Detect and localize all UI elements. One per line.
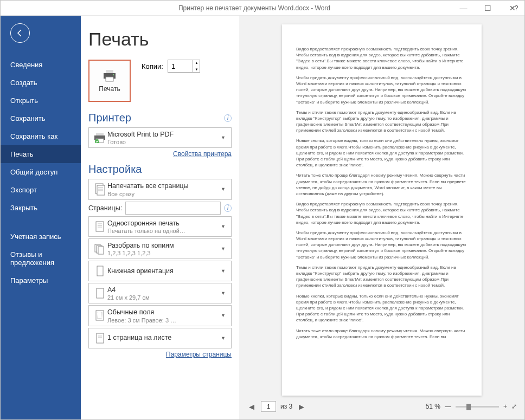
one-page-icon bbox=[92, 332, 107, 345]
print-preview-pane: Видео предоставляет прекрасную возможнос… bbox=[239, 16, 524, 419]
preview-statusbar: ◀ из 3 ▶ 51 % — + ⤢ bbox=[245, 399, 519, 414]
printer-section-header: Принтер bbox=[88, 112, 131, 124]
info-icon[interactable]: i bbox=[224, 114, 232, 122]
preview-page: Видео предоставляет прекрасную возможнос… bbox=[282, 24, 482, 396]
preview-paragraph: Видео предоставляет прекрасную возможнос… bbox=[296, 46, 468, 70]
chevron-down-icon: ▼ bbox=[219, 224, 228, 229]
minimize-button[interactable]: — bbox=[451, 1, 476, 15]
svg-rect-13 bbox=[96, 222, 104, 231]
window-title: Принтер не печатает документы Word.docx … bbox=[1, 4, 508, 12]
preview-paragraph: Чтобы придать документу профессиональный… bbox=[296, 230, 468, 260]
sidebar-item[interactable]: Создать bbox=[1, 74, 81, 92]
chevron-down-icon: ▼ bbox=[219, 290, 228, 296]
printer-properties-link[interactable]: Свойства принтера bbox=[88, 150, 232, 158]
svg-rect-2 bbox=[106, 77, 113, 81]
page-number-input[interactable] bbox=[261, 401, 276, 412]
zoom-percent-label: 51 % bbox=[426, 403, 440, 410]
paper-size-dropdown[interactable]: A421 см x 29,7 см ▼ bbox=[88, 283, 232, 303]
sidebar-item[interactable]: Сохранить как bbox=[1, 127, 81, 145]
page-size-icon bbox=[92, 287, 107, 300]
zoom-slider[interactable] bbox=[456, 406, 499, 408]
preview-paragraph: Чтобы придать документу профессиональный… bbox=[296, 75, 468, 105]
chevron-down-icon: ▼ bbox=[219, 268, 228, 274]
preview-paragraph: Темы и стили также помогают придать доку… bbox=[296, 109, 468, 134]
svg-rect-5 bbox=[96, 133, 104, 135]
copies-down[interactable]: ▼ bbox=[193, 66, 200, 73]
printer-status-icon bbox=[92, 132, 107, 143]
svg-rect-20 bbox=[97, 266, 103, 276]
portrait-icon bbox=[92, 264, 107, 277]
printer-name: Microsoft Print to PDF bbox=[107, 130, 219, 139]
svg-rect-21 bbox=[97, 288, 104, 298]
print-scope-dropdown[interactable]: Напечатать все страницыВсе сразу ▼ bbox=[88, 179, 232, 199]
svg-point-3 bbox=[113, 74, 114, 75]
page-title: Печать bbox=[88, 29, 232, 50]
chevron-down-icon: ▼ bbox=[219, 335, 228, 341]
pages-label: Страницы: bbox=[88, 204, 122, 212]
preview-paragraph: Новые кнопки, которые видны, только если… bbox=[296, 138, 468, 168]
print-settings-pane: Печать Печать Копии: ▲▼ bbox=[81, 16, 239, 419]
maximize-button[interactable]: ☐ bbox=[476, 1, 500, 15]
collate-icon bbox=[92, 242, 107, 255]
print-button-label: Печать bbox=[99, 85, 120, 93]
titlebar: Принтер не печатает документы Word.docx … bbox=[1, 1, 524, 16]
pages-per-sheet-dropdown[interactable]: 1 страница на листе ▼ bbox=[88, 328, 232, 348]
chevron-down-icon: ▼ bbox=[219, 313, 228, 318]
sidebar-item[interactable]: Экспорт bbox=[1, 181, 81, 199]
orientation-dropdown[interactable]: Книжная ориентация ▼ bbox=[88, 261, 232, 281]
prev-page-button[interactable]: ◀ bbox=[247, 403, 257, 411]
preview-paragraph: Читать тоже стало проще благодаря новому… bbox=[296, 172, 468, 197]
arrow-left-icon bbox=[15, 28, 25, 38]
preview-paragraph: Темы и стили также помогают придать доку… bbox=[296, 264, 468, 289]
sidebar-item[interactable]: Печать bbox=[1, 145, 81, 163]
chevron-down-icon: ▼ bbox=[219, 186, 228, 192]
zoom-in-button[interactable]: + bbox=[503, 403, 507, 410]
one-sided-icon bbox=[92, 220, 107, 233]
sidebar-item[interactable]: Открыть bbox=[1, 92, 81, 109]
svg-rect-1 bbox=[106, 70, 113, 73]
svg-rect-19 bbox=[98, 247, 104, 254]
pages-all-icon bbox=[92, 183, 107, 196]
preview-paragraph: Новые кнопки, которые видны, только если… bbox=[296, 293, 468, 324]
collate-dropdown[interactable]: Разобрать по копиям1,2,3 1,2,3 1,2,3 ▼ bbox=[88, 238, 232, 259]
printer-status: Готово bbox=[107, 139, 219, 145]
preview-paragraph: Читать тоже стало проще благодаря новому… bbox=[296, 328, 468, 340]
sidebar-item[interactable]: Общий доступ bbox=[1, 163, 81, 181]
zoom-to-page-button[interactable]: ⤢ bbox=[511, 403, 517, 410]
sidebar-item[interactable]: Сохранить bbox=[1, 109, 81, 127]
close-button[interactable]: ✕ bbox=[500, 1, 524, 15]
preview-paragraph: Видео предоставляет прекрасную возможнос… bbox=[296, 201, 468, 225]
pages-input[interactable] bbox=[125, 202, 221, 215]
margins-dropdown[interactable]: Обычные поляЛевое: 3 см Правое: 3 … ▼ bbox=[88, 305, 232, 326]
copies-label: Копии: bbox=[142, 62, 163, 70]
preview-scroll-area[interactable]: Видео предоставляет прекрасную возможнос… bbox=[245, 21, 519, 399]
chevron-down-icon: ▼ bbox=[219, 135, 228, 140]
print-button[interactable]: Печать bbox=[88, 60, 131, 102]
next-page-button[interactable]: ▶ bbox=[297, 403, 306, 411]
printer-icon bbox=[101, 69, 118, 82]
chevron-down-icon: ▼ bbox=[219, 246, 228, 251]
page-setup-link[interactable]: Параметры страницы bbox=[88, 351, 232, 358]
backstage-sidebar: СведенияСоздатьОткрытьСохранитьСохранить… bbox=[1, 16, 81, 419]
sidebar-item[interactable]: Закрыть bbox=[1, 199, 81, 217]
settings-section-header: Настройка bbox=[88, 163, 142, 176]
margins-icon bbox=[92, 309, 107, 322]
sidebar-item[interactable]: Параметры bbox=[1, 272, 81, 289]
zoom-out-button[interactable]: — bbox=[445, 403, 451, 410]
sidebar-item[interactable]: Отзывы и предложения bbox=[1, 245, 81, 272]
info-icon[interactable]: i bbox=[224, 204, 232, 212]
sidebar-item[interactable]: Сведения bbox=[1, 56, 81, 74]
sides-dropdown[interactable]: Односторонняя печатьПечатать только на о… bbox=[88, 216, 232, 237]
copies-up[interactable]: ▲ bbox=[193, 60, 200, 66]
back-button[interactable] bbox=[10, 23, 30, 43]
svg-rect-24 bbox=[97, 333, 104, 343]
printer-dropdown[interactable]: Microsoft Print to PDF Готово ▼ bbox=[88, 127, 232, 148]
svg-rect-9 bbox=[97, 185, 105, 195]
page-total-label: из 3 bbox=[280, 403, 292, 410]
sidebar-item[interactable]: Учетная запись bbox=[1, 228, 81, 245]
